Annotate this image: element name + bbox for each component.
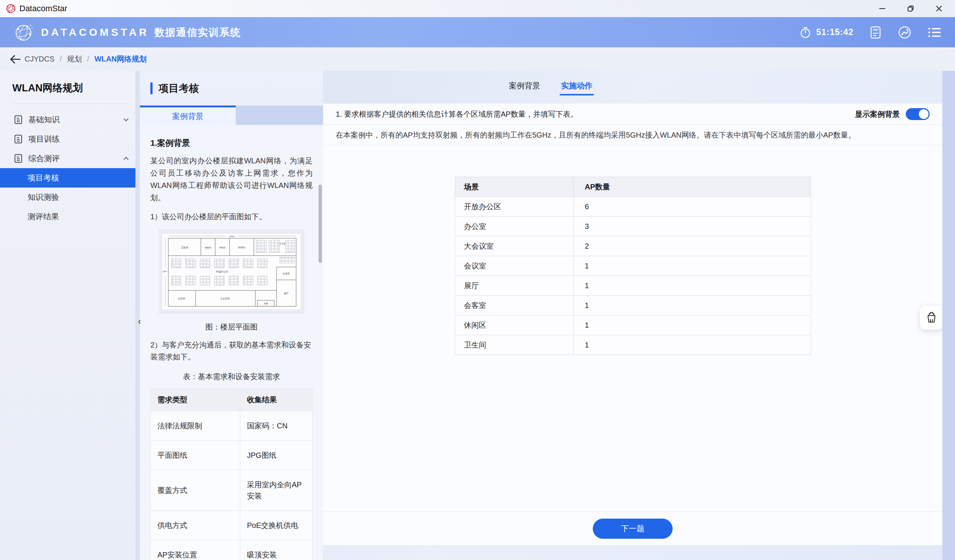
- table-cell: 吸顶安装: [240, 540, 313, 560]
- table-cell: 休闲区: [455, 315, 573, 335]
- app-window: DatacomStar: [0, 0, 955, 560]
- sidebar-item-project-training[interactable]: 项目训练: [0, 129, 140, 149]
- app-title: DatacomStar: [19, 4, 67, 13]
- brand-name: DATACOMSTAR: [41, 27, 149, 38]
- table-cell: 覆盖方式: [151, 470, 240, 510]
- table-cell: 平面图纸: [151, 440, 240, 470]
- table-cell: 国家码：CN: [240, 411, 313, 440]
- svg-text:办公室: 办公室: [279, 242, 286, 245]
- table-cell: AP安装位置: [151, 540, 240, 560]
- sidebar-item-project-assessment[interactable]: 项目考核: [0, 168, 140, 187]
- sidebar-item-knowledge-quiz[interactable]: 知识测验: [0, 187, 140, 207]
- sidebar-item-label: 基础知识: [28, 114, 60, 125]
- breadcrumb-section[interactable]: 规划: [67, 54, 82, 64]
- exam-timer: 51:15:42: [799, 26, 853, 39]
- table-row: 大会议室2: [455, 236, 811, 256]
- report-icon[interactable]: [869, 26, 882, 39]
- sub-item-label: 测评结果: [28, 211, 59, 222]
- table-cell[interactable]: 3: [573, 217, 811, 236]
- table-cell: 会议室: [455, 256, 573, 276]
- requirements-table: 需求类型 收集结果 法律法规限制国家码：CN平面图纸JPG图纸覆盖方式采用室内全…: [150, 388, 313, 560]
- card-footer: 下一题: [323, 512, 942, 545]
- requirements-table-caption: 表：基本需求和设备安装需求: [150, 372, 313, 382]
- floorplan-image: 100m 50m 卫生间 储物间 弱电间 休闲: [162, 234, 301, 309]
- table-row: 卫生间1: [455, 335, 811, 355]
- sub-item-label: 知识测验: [28, 192, 59, 203]
- table-cell: 会客室: [455, 296, 573, 315]
- floorplan-figure: 100m 50m 卫生间 储物间 弱电间 休闲: [158, 229, 304, 314]
- hint-row: 在本案例中，所有的AP均支持双射频，所有的射频均工作在5GHz，且所有的终端均采…: [323, 125, 942, 145]
- case-point-1: 1）该公司办公楼层的平面图如下。: [150, 211, 313, 223]
- column-header: 收集结果: [240, 388, 313, 411]
- restore-button[interactable]: [900, 1, 921, 16]
- table-cell[interactable]: 1: [573, 296, 811, 315]
- table-cell: 法律法规限制: [151, 411, 240, 440]
- tab-implementation-actions[interactable]: 实施动作: [561, 81, 592, 95]
- minimize-button[interactable]: [872, 1, 893, 16]
- tab-case-background-exam[interactable]: 案例背景: [509, 81, 540, 95]
- main-content: WLAN网络规划 基础知识 项目训练: [0, 71, 955, 560]
- back-arrow-icon[interactable]: [10, 55, 21, 64]
- stopwatch-icon: [799, 26, 812, 39]
- sidebar-item-evaluation-results[interactable]: 测评结果: [0, 207, 140, 226]
- table-cell[interactable]: 2: [573, 236, 811, 256]
- case-point-2: 2）与客户充分沟通后，获取的基本需求和设备安装需求如下。: [150, 339, 313, 363]
- sidebar-item-comprehensive-evaluation[interactable]: 综合测评: [0, 149, 140, 168]
- clean-tool-button[interactable]: [920, 306, 943, 329]
- broom-icon: [925, 311, 938, 324]
- breadcrumb: CJYDCS / 规划 / WLAN网络规划: [0, 47, 955, 71]
- case-panel-scrollbar[interactable]: [319, 184, 322, 263]
- table-row: 覆盖方式采用室内全向AP安装: [151, 470, 313, 510]
- question-row: 1. 要求根据客户提供的相关信息计算各个区域所需AP数量，并填写下表。 显示案例…: [323, 104, 942, 125]
- breadcrumb-root[interactable]: CJYDCS: [25, 55, 55, 63]
- table-cell[interactable]: 1: [573, 276, 811, 296]
- table-cell: 供电方式: [151, 510, 240, 540]
- column-header-ap-count: AP数量: [573, 177, 811, 197]
- question-card: 1. 要求根据客户提供的相关信息计算各个区域所需AP数量，并填写下表。 显示案例…: [323, 104, 942, 545]
- sidebar-item-basics[interactable]: 基础知识: [0, 110, 140, 129]
- table-cell[interactable]: 1: [573, 256, 811, 276]
- header-toolbar: 51:15:42: [799, 25, 942, 39]
- answer-table: 场景 AP数量 开放办公区6办公室3大会议室2会议室1展厅1会客室1休闲区1卫生…: [455, 177, 811, 355]
- menu-list-icon[interactable]: [927, 27, 942, 38]
- divider: [12, 104, 128, 104]
- case-background-panel: 项目考核 案例背景 1.案例背景 某公司的室内办公楼层拟建WLAN网络，为满足公…: [140, 71, 323, 560]
- table-cell[interactable]: 1: [573, 315, 811, 335]
- table-cell: 展厅: [455, 276, 573, 296]
- tab-case-background[interactable]: 案例背景: [140, 106, 236, 125]
- table-row: AP安装位置吸顶安装: [151, 540, 313, 560]
- sidebar-item-label: 综合测评: [28, 153, 60, 164]
- svg-text:大会议室: 大会议室: [220, 297, 230, 300]
- toggle-label: 显示案例背景: [855, 109, 900, 119]
- sub-item-label: 项目考核: [28, 173, 59, 183]
- svg-text:储物间: 储物间: [205, 246, 211, 249]
- app-logo-icon: [5, 3, 16, 14]
- column-header-scene: 场景: [455, 177, 573, 197]
- next-question-button[interactable]: 下一题: [593, 519, 673, 539]
- case-background-toggle[interactable]: [906, 108, 930, 120]
- table-cell: 大会议室: [455, 236, 573, 256]
- exam-tabs: 案例背景 实施动作: [509, 81, 592, 95]
- table-cell[interactable]: 6: [573, 197, 811, 217]
- collapse-panel-chevron[interactable]: ‹: [135, 314, 144, 329]
- close-button[interactable]: [928, 1, 950, 16]
- accent-bar: [150, 83, 153, 94]
- toggle-knob: [919, 109, 928, 119]
- table-row: 法律法规限制国家码：CN: [151, 411, 313, 440]
- system-name: 数据通信实训系统: [155, 26, 241, 39]
- svg-text:会议室: 会议室: [178, 297, 185, 300]
- table-cell: 卫生间: [455, 335, 573, 355]
- svg-text:弱电间: 弱电间: [219, 246, 226, 249]
- table-cell[interactable]: 1: [573, 335, 811, 355]
- table-row: 开放办公区6: [455, 197, 811, 217]
- chevron-down-icon: [122, 115, 130, 124]
- course-title: WLAN网络规划: [0, 71, 140, 95]
- hint-text: 在本案例中，所有的AP均支持双射频，所有的射频均工作在5GHz，且所有的终端均采…: [336, 130, 855, 140]
- tools-icon[interactable]: [897, 25, 912, 39]
- svg-text:休闲区: 休闲区: [238, 246, 246, 249]
- breadcrumb-separator: /: [87, 55, 89, 63]
- timer-value: 51:15:42: [816, 27, 853, 37]
- window-titlebar: DatacomStar: [0, 0, 955, 17]
- course-menu: 基础知识 项目训练 综合测评: [0, 110, 140, 226]
- table-row: 休闲区1: [455, 315, 811, 335]
